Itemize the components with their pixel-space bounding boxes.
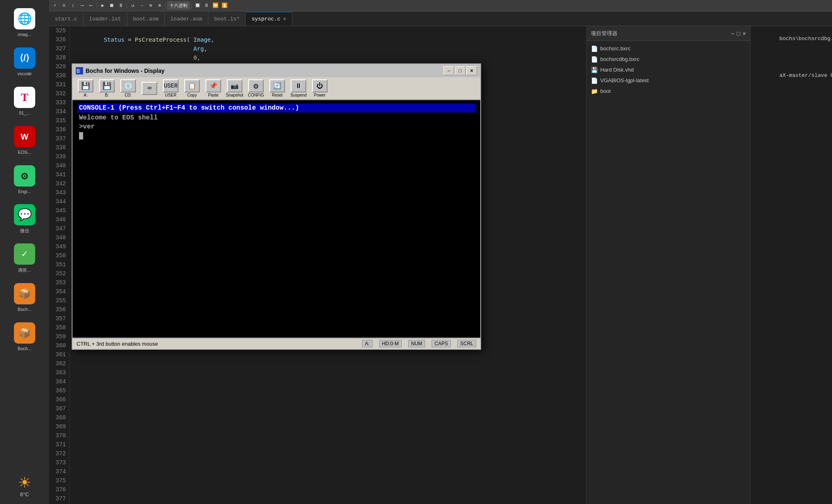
toolbar-icon-4[interactable]: ⟶ [78,2,86,10]
toolbar-icon-11[interactable]: ⊕ [147,2,155,10]
toolbar: ⚡ ≡ ↕ ⟶ ⟵ ▶ ⏹ ⏸ ↺ → ⊕ ⊗ 十六进制 🔲 ⏸ ⏩ ⏫ [49,0,832,11]
sidebar-label-todo: 01_... [19,110,30,115]
sidebar-item-wx[interactable]: 💬 微信 [4,200,45,237]
bochs-tb-suspend-label: Suspend [290,93,306,97]
hex-mode-button[interactable]: 十六进制 [167,2,190,9]
sidebar-label-chrome: imag... [18,32,31,37]
sidebar: 🌐 imag... ⟨/⟩ vscode T 01_... W EOS... ⚙… [0,0,49,504]
toolbar-icon-7[interactable]: ⏹ [108,2,116,10]
right-panel-content: 📄 bochsrc.bxrc 📄 bochsrcdbg.bxrc 💾 Hard … [587,41,750,504]
toolbar-sep-1 [97,2,97,9]
bochs-tb-floppy-a[interactable]: 💾 A: [76,79,95,98]
tab-start-c[interactable]: start.c [49,12,84,26]
bochs-tb-config-icon: ⚙ [248,79,264,92]
bochs-maximize-button[interactable]: □ [455,66,466,75]
sidebar-item-bochs1[interactable]: 📦 Boch... [4,279,45,316]
bochs-tb-power-icon: ⏻ [312,79,328,92]
sidebar-item-bochs2[interactable]: 📦 Boch... [4,318,45,355]
sidebar-item-vscode[interactable]: ⟨/⟩ vscode [4,43,45,80]
bochs-app-icon: B [76,67,83,74]
tab-label-boot-asm: boot.asm [133,16,158,22]
right-panel-header: 项目管理器 − □ × [587,26,750,41]
bochs-status-drive: A: [362,340,372,347]
tabbar: start.c loader.lst boot.asm loader.asm b… [49,11,832,26]
tab-loader-asm[interactable]: loader.asm [165,12,208,26]
toolbar-icon-16[interactable]: ⏫ [220,2,228,10]
bochs-tb-config[interactable]: ⚙ CONFIG [246,79,266,98]
tree-item-bochsrcdbg[interactable]: 📄 bochsrcdbg.bxrc [591,54,746,65]
bochs-tb-cdrom[interactable]: 💿 CD: [118,79,138,98]
bochs-tb-snapshot-label: Snapshot [226,93,243,97]
code-line-326: Status = PsCreateProcess( Image, [76,35,586,44]
right-panel-close-icon[interactable]: × [743,30,746,37]
sidebar-item-todo[interactable]: T 01_... [4,83,45,119]
tab-boot-ls[interactable]: boot.ls* [208,12,246,26]
tree-item-vgabios[interactable]: 📄 VGABIOS-lgpl-latest [591,75,746,86]
bochs-tb-user[interactable]: USER USER [161,79,181,98]
toolbar-icon-9[interactable]: ↺ [129,2,137,10]
sidebar-label-wx: 微信 [20,228,29,234]
sidebar-item-dida[interactable]: ✓ 滴答... [4,240,45,277]
bochs-tb-snapshot[interactable]: 📷 Snapshot [225,79,244,98]
bochs-close-button[interactable]: × [466,66,477,75]
right-panel: 项目管理器 − □ × 📄 bochsrc.bxrc 📄 bochsrcdbg.… [586,26,750,504]
sidebar-weather: ☀ 6°C [18,474,31,497]
toolbar-icon-3[interactable]: ↕ [69,2,77,10]
sidebar-item-engi[interactable]: ⚙ Engi... [4,161,45,198]
bochs2-icon: 📦 [14,322,35,344]
tree-item-harddisk[interactable]: 💾 Hard Disk.vhd [591,65,746,75]
toolbar-sep-2 [127,2,127,9]
chrome-icon: 🌐 [14,8,35,29]
toolbar-icon-2[interactable]: ≡ [60,2,68,10]
bochs-statusbar: CTRL + 3rd button enables mouse A: HD:0-… [72,338,480,349]
bochs-status-scrl: SCRL [457,340,476,347]
bochs-tb-power-label: Power [314,93,326,97]
bochs-tb-paste-label: Paste [208,93,219,97]
toolbar-icon-8[interactable]: ⏸ [117,2,125,10]
code-line-325 [76,26,586,35]
bochs-window: B Bochs for Windows - Display − □ × 💾 A:… [72,63,481,350]
bochs-tb-paste-icon: 📌 [206,79,221,92]
sidebar-item-chrome[interactable]: 🌐 imag... [4,4,45,41]
tree-label-harddisk: Hard Disk.vhd [600,65,634,75]
toolbar-icon-6[interactable]: ▶ [99,2,107,10]
toolbar-icon-10[interactable]: → [138,2,146,10]
bochs-tb-reset[interactable]: 🔄 Reset [267,79,287,98]
bochs-status-disk: HD:0-M [379,340,402,347]
toolbar-icon-14[interactable]: ⏸ [202,2,210,10]
bochs-status-caps: CAPS [432,340,451,347]
tab-sysproc-c[interactable]: sysproc.c × [246,12,292,26]
toolbar-icon-1[interactable]: ⚡ [51,2,59,10]
sidebar-item-eos[interactable]: W EOS... [4,122,45,159]
terminal-line-1: bochs\bochsrcdbg.b [779,36,832,42]
toolbar-icon-12[interactable]: ⊗ [156,2,164,10]
tree-item-boot[interactable]: 📁 boot [591,86,746,97]
tab-close-sysproc-c[interactable]: × [283,16,286,22]
tree-item-bochsrc[interactable]: 📄 bochsrc.bxrc [591,43,746,54]
bochs-tb-suspend[interactable]: ⏸ Suspend [289,79,308,98]
wx-icon: 💬 [14,204,35,225]
bochs-tb-snapshot-icon: 📷 [227,79,242,92]
tab-boot-asm[interactable]: boot.asm [127,12,165,26]
sidebar-label-bochs1: Boch... [18,307,32,312]
sidebar-label-engi: Engi... [18,189,31,194]
bochs-display[interactable]: CONSOLE-1 (Press Ctrl+F1~F4 to switch co… [72,100,480,338]
bochs-tb-keyboard[interactable]: ⌨ [140,79,159,98]
tab-loader-lst[interactable]: loader.lst [84,12,127,26]
engi-icon: ⚙ [14,165,35,187]
bochs-tb-power[interactable]: ⏻ Power [310,79,330,98]
svg-text:B: B [77,68,80,74]
bochs-tb-copy[interactable]: 📋 Copy [182,79,202,98]
bochs-tb-floppy-b-icon: 💾 [99,79,115,92]
toolbar-icon-13[interactable]: 🔲 [193,2,201,10]
bochs-tb-floppy-b-label: B: [105,93,109,97]
bochs-titlebar[interactable]: B Bochs for Windows - Display − □ × [72,64,480,77]
right-panel-expand-icon[interactable]: □ [737,30,740,37]
bochs-minimize-button[interactable]: − [443,66,454,75]
bochs-tb-paste[interactable]: 📌 Paste [203,79,223,98]
right-panel-collapse-icon[interactable]: − [731,30,734,37]
toolbar-icon-15[interactable]: ⏩ [211,2,219,10]
toolbar-icon-5[interactable]: ⟵ [87,2,95,10]
line-numbers: 325 326 327 328 329 330 331 332 333 334 … [49,26,70,504]
bochs-tb-floppy-b[interactable]: 💾 B: [97,79,117,98]
